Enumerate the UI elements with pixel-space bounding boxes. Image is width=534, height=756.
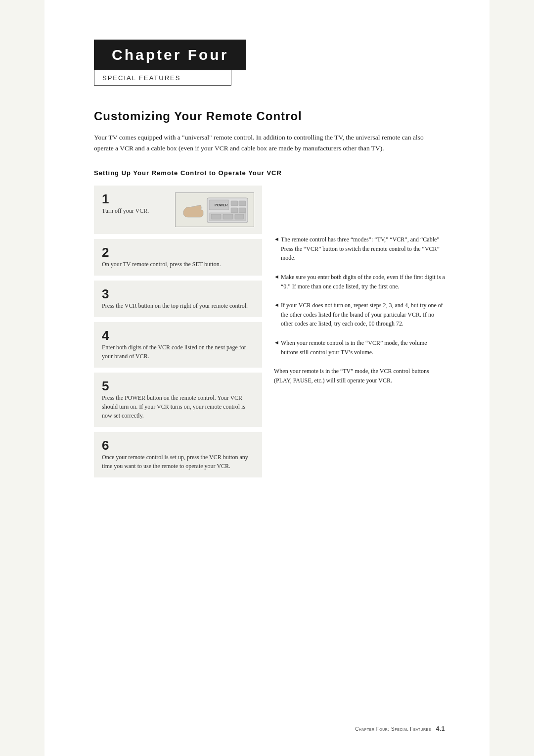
step-2-number: 2 (102, 246, 254, 259)
step-3: 3 Press the VCR button on the top right … (94, 281, 262, 317)
step-4-number: 4 (102, 329, 254, 342)
side-note-4: Make sure you enter both digits of the c… (274, 273, 445, 291)
svg-rect-5 (231, 208, 238, 213)
page-footer: Chapter Four: Special Features 4.1 (355, 725, 445, 732)
step-6-text: Once your remote control is set up, pres… (102, 453, 254, 471)
side-note-3: The remote control has three “modes”: “T… (274, 235, 445, 263)
footer-label: Chapter Four: Special Features (355, 726, 431, 732)
svg-rect-10 (235, 214, 244, 219)
step-6: 6 Once your remote control is set up, pr… (94, 432, 262, 477)
chapter-title-box: Chapter Four (94, 40, 246, 70)
svg-rect-8 (211, 214, 221, 219)
svg-rect-6 (239, 208, 246, 213)
chapter-header: Chapter Four Special Features (94, 40, 445, 86)
step-5-number: 5 (102, 379, 254, 392)
svg-rect-3 (231, 201, 238, 206)
step-3-text: Press the VCR button on the top right of… (102, 301, 254, 310)
side-note-extra: When your remote is in the “TV” mode, th… (274, 367, 445, 385)
svg-rect-4 (239, 201, 246, 206)
steps-left: 1 Turn off your VCR. (94, 186, 262, 482)
step-3-number: 3 (102, 287, 254, 300)
side-note-5: If your VCR does not turn on, repeat ste… (274, 301, 445, 329)
step-1-image: POWER (175, 192, 254, 227)
vcr-illustration: POWER (178, 194, 252, 226)
step-4-text: Enter both digits of the VCR code listed… (102, 343, 254, 361)
step-4: 4 Enter both digits of the VCR code list… (94, 322, 262, 368)
page: Chapter Four Special Features Customizin… (44, 0, 490, 756)
intro-text: Your TV comes equipped with a "universal… (94, 132, 430, 153)
chapter-title: Chapter Four (112, 47, 228, 63)
footer-page-num: 4.1 (436, 725, 445, 732)
step-6-number: 6 (102, 439, 254, 452)
steps-right: The remote control has three “modes”: “T… (274, 186, 445, 482)
step-1-number: 1 (102, 192, 170, 205)
subsection-title: Setting Up Your Remote Control to Operat… (94, 169, 445, 177)
step-5-text: Press the POWER button on the remote con… (102, 393, 254, 420)
step-1: 1 Turn off your VCR. (94, 186, 262, 234)
step-5: 5 Press the POWER button on the remote c… (94, 373, 262, 427)
section-title: Customizing Your Remote Control (94, 109, 445, 123)
side-note-6: When your remote control is in the “VCR”… (274, 338, 445, 357)
step-2-text: On your TV remote control, press the SET… (102, 260, 254, 269)
step-1-text: Turn off your VCR. (102, 206, 170, 215)
svg-text:POWER: POWER (215, 203, 227, 207)
chapter-subtitle: Special Features (102, 74, 180, 82)
svg-rect-9 (223, 214, 233, 219)
steps-container: 1 Turn off your VCR. (94, 186, 445, 482)
chapter-subtitle-box: Special Features (94, 70, 231, 86)
step-2: 2 On your TV remote control, press the S… (94, 239, 262, 276)
